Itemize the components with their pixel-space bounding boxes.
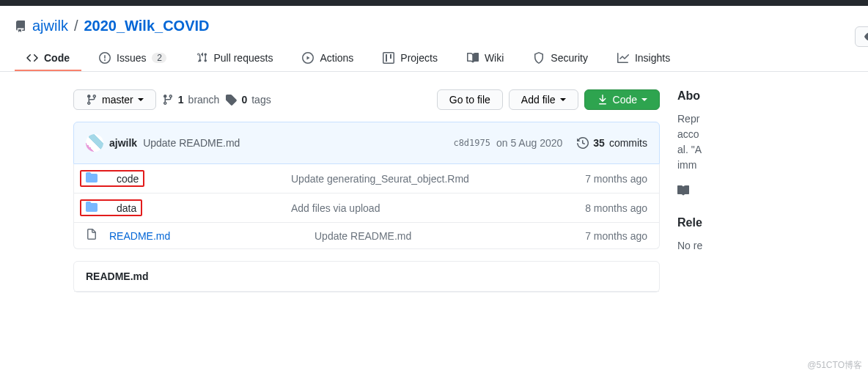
- issues-icon: [99, 52, 111, 64]
- add-file-button[interactable]: Add file: [509, 89, 578, 110]
- avatar[interactable]: [86, 134, 103, 152]
- history-icon: [577, 137, 589, 149]
- table-row: data Add files via upload 8 months ago: [74, 193, 659, 222]
- add-file-label: Add file: [521, 94, 556, 106]
- file-name-link[interactable]: README.md: [109, 230, 170, 242]
- code-download-button[interactable]: Code: [584, 89, 660, 110]
- top-dark-bar: [0, 0, 868, 6]
- about-heading: Abo: [677, 89, 853, 103]
- graph-icon: [617, 52, 629, 64]
- watch-button[interactable]: W: [855, 26, 868, 47]
- tab-insights-label: Insights: [635, 52, 670, 64]
- readme-title: README.md: [74, 262, 659, 292]
- tab-insights[interactable]: Insights: [606, 46, 682, 71]
- shield-icon: [533, 52, 545, 64]
- tab-issues-label: Issues: [117, 52, 146, 64]
- folder-icon: [86, 201, 100, 215]
- file-name-link[interactable]: code: [117, 173, 139, 185]
- file-commit-msg[interactable]: Update README.md: [315, 230, 585, 242]
- caret-down-icon: [138, 98, 144, 101]
- caret-down-icon: [641, 98, 647, 101]
- commit-date: on 5 Aug 2020: [496, 137, 562, 149]
- repo-tabs: Code Issues 2 Pull requests Actions Proj…: [0, 46, 868, 72]
- tab-actions[interactable]: Actions: [290, 46, 365, 71]
- eye-icon: [864, 31, 868, 43]
- branch-icon: [86, 94, 98, 106]
- download-icon: [597, 94, 608, 106]
- tab-pulls-label: Pull requests: [213, 52, 273, 64]
- play-icon: [302, 52, 314, 64]
- tag-icon: [225, 94, 237, 106]
- branches-label: branch: [188, 94, 220, 106]
- tab-projects-label: Projects: [400, 52, 438, 64]
- book-icon: [467, 52, 479, 64]
- file-date: 7 months ago: [585, 173, 647, 185]
- latest-commit-bar: ajwilk Update README.md c8d1975 on 5 Aug…: [73, 122, 660, 164]
- file-commit-msg[interactable]: Update generating_Seurat_object.Rmd: [291, 173, 585, 185]
- pull-request-icon: [196, 52, 207, 64]
- tab-pulls[interactable]: Pull requests: [184, 46, 284, 71]
- repo-link[interactable]: 2020_Wilk_COVID: [84, 18, 209, 34]
- branch-select-button[interactable]: master: [73, 89, 156, 110]
- path-separator: /: [74, 18, 78, 34]
- owner-link[interactable]: ajwilk: [32, 18, 68, 34]
- branch-name: master: [102, 94, 133, 106]
- table-row: code Update generating_Seurat_object.Rmd…: [74, 164, 659, 193]
- tab-wiki[interactable]: Wiki: [455, 46, 515, 71]
- table-row: README.md Update README.md 7 months ago: [74, 222, 659, 248]
- issues-count: 2: [152, 53, 166, 63]
- commits-link[interactable]: 35 commits: [577, 137, 647, 149]
- file-name-link[interactable]: data: [117, 202, 136, 214]
- tab-issues[interactable]: Issues 2: [87, 46, 178, 71]
- folder-icon: [86, 172, 100, 185]
- tags-link[interactable]: 0 tags: [225, 94, 271, 106]
- file-commit-msg[interactable]: Add files via upload: [291, 202, 585, 214]
- releases-heading: Rele: [677, 216, 853, 229]
- readme-box: README.md: [73, 261, 660, 292]
- sidebar: Abo Repraccoal. "Aimm Rele No re: [677, 89, 868, 292]
- commits-count: 35: [593, 137, 605, 149]
- commit-sha[interactable]: c8d1975: [453, 138, 490, 148]
- file-icon: [86, 229, 100, 243]
- about-text: Repraccoal. "Aimm: [677, 111, 853, 173]
- tab-security[interactable]: Security: [521, 46, 600, 71]
- go-to-file-button[interactable]: Go to file: [437, 89, 503, 110]
- tab-code-label: Code: [44, 52, 70, 64]
- readme-link[interactable]: [677, 185, 689, 196]
- file-list: code Update generating_Seurat_object.Rmd…: [73, 164, 660, 249]
- code-icon: [26, 52, 38, 64]
- project-icon: [383, 52, 394, 64]
- commit-author[interactable]: ajwilk: [109, 137, 137, 149]
- file-date: 8 months ago: [585, 202, 647, 214]
- repo-icon: [15, 21, 26, 32]
- caret-down-icon: [560, 98, 566, 101]
- tab-wiki-label: Wiki: [485, 52, 504, 64]
- file-toolbar: master 1 branch 0 tags Go to file Add fi…: [73, 89, 660, 110]
- tab-security-label: Security: [551, 52, 588, 64]
- branch-icon: [162, 94, 174, 106]
- repo-title: ajwilk / 2020_Wilk_COVID: [15, 18, 853, 34]
- tags-label: tags: [251, 94, 271, 106]
- tab-code[interactable]: Code: [15, 46, 81, 71]
- branches-count: 1: [178, 94, 184, 106]
- book-icon: [677, 185, 689, 196]
- commits-label: commits: [609, 137, 647, 149]
- branches-link[interactable]: 1 branch: [162, 94, 220, 106]
- code-btn-label: Code: [613, 94, 637, 106]
- tags-count: 0: [241, 94, 247, 106]
- tab-projects[interactable]: Projects: [371, 46, 449, 71]
- releases-text: No re: [677, 238, 853, 254]
- commit-message[interactable]: Update README.md: [143, 137, 240, 149]
- file-date: 7 months ago: [585, 230, 647, 242]
- tab-actions-label: Actions: [320, 52, 353, 64]
